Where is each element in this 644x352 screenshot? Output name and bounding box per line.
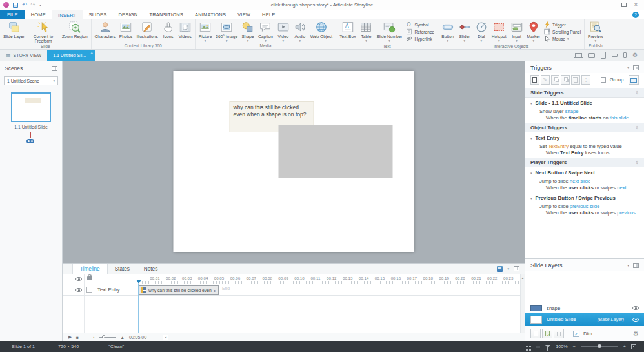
rectangle-shape[interactable] <box>279 125 393 178</box>
layer-row-shape[interactable]: shape <box>525 303 644 313</box>
layer-visibility-eye-icon[interactable] <box>632 318 639 322</box>
playhead-marker[interactable] <box>136 280 141 284</box>
ribbon-button-picture[interactable]: Picture▾ <box>197 20 214 43</box>
dropdown-caret-icon[interactable]: ▾ <box>507 267 509 271</box>
ribbon-button-reference[interactable]: Reference <box>406 28 434 35</box>
trigger-group-next-button[interactable]: ▾ Next Button / Swipe Next <box>525 167 644 176</box>
group-checkbox[interactable] <box>601 77 606 83</box>
scroll-up-icon[interactable]: ▴ <box>522 276 524 280</box>
edit-trigger-button[interactable]: ✎ <box>541 75 550 85</box>
trigger-link-shape[interactable]: shape <box>565 109 579 114</box>
ribbon-button-illustrations[interactable]: Illustrations <box>134 20 159 39</box>
minimize-icon[interactable] <box>609 5 614 5</box>
trigger-condition-clicks-previous[interactable]: When the user clicks or swipes previous <box>525 209 644 218</box>
ribbon-button-button[interactable]: Button▾ <box>439 20 456 43</box>
trigger-action-set-variable[interactable]: Set TextEntry equal to the typed value <box>525 141 644 149</box>
tab-notes[interactable]: Notes <box>137 264 165 274</box>
expand-caret-icon[interactable]: ▾ <box>530 101 532 105</box>
slide-stage[interactable]: why can this still be clicked even when … <box>174 71 414 252</box>
collapse-section-icon[interactable]: ⇳ <box>635 160 639 165</box>
ribbon-button-mouse[interactable]: Mouse▾ <box>544 36 581 42</box>
timeline-vertical-scrollbar[interactable]: ▴ <box>520 274 525 333</box>
tab-home[interactable]: HOME <box>25 10 52 19</box>
panel-options-icon[interactable] <box>52 66 57 71</box>
timeline-object-row[interactable]: Text Entry why can this still be clicked… <box>63 284 520 296</box>
ribbon-button-360-image[interactable]: 360° Image▾ <box>214 20 239 43</box>
lock-checkbox[interactable] <box>86 287 92 293</box>
close-icon[interactable]: × <box>634 2 638 8</box>
layer-properties-button[interactable] <box>542 329 552 338</box>
collapse-section-icon[interactable]: ⇳ <box>635 125 639 130</box>
stop-button[interactable]: ■ <box>76 335 79 340</box>
ribbon-button-slide-layer[interactable]: Slide Layer <box>1 20 26 39</box>
tab-file[interactable]: FILE <box>0 10 25 19</box>
ribbon-button-hotspot[interactable]: Hotspot▾ <box>490 20 508 43</box>
object-triggers-header[interactable]: Object Triggers ⇳ <box>525 123 644 132</box>
phone-landscape-icon[interactable] <box>612 54 618 57</box>
paste-trigger-button[interactable] <box>561 75 570 85</box>
copy-trigger-button[interactable] <box>551 75 560 85</box>
trigger-link-next[interactable]: next <box>617 185 626 191</box>
zoom-slider-knob[interactable] <box>102 335 105 338</box>
player-triggers-header[interactable]: Player Triggers ⇳ <box>525 158 644 167</box>
save-icon[interactable] <box>13 3 18 8</box>
delete-trigger-button[interactable] <box>571 75 580 85</box>
slide-thumbnail[interactable] <box>11 92 51 122</box>
trigger-action-show-layer[interactable]: Show layer shape <box>525 107 644 114</box>
ribbon-button-scrolling-panel[interactable]: Scrolling Panel <box>544 28 581 35</box>
tab-view[interactable]: VIEW <box>232 10 256 19</box>
timeline-tool-icon[interactable] <box>497 266 503 272</box>
desktop-preview-icon[interactable] <box>575 53 582 57</box>
ribbon-button-video[interactable]: Video▾ <box>275 20 292 43</box>
tab-story-view[interactable]: ▦ STORY VIEW <box>0 50 47 61</box>
tab-insert[interactable]: INSERT <box>52 10 83 19</box>
ribbon-button-slider[interactable]: Slider▾ <box>456 20 473 43</box>
grid-view-icon[interactable] <box>526 346 528 347</box>
undo-icon[interactable]: ↶ <box>22 2 27 8</box>
tab-help[interactable]: HELP <box>256 10 281 19</box>
ribbon-button-hyperlink[interactable]: Hyperlink <box>406 36 434 42</box>
ribbon-button-input[interactable]: Input▾ <box>508 20 525 43</box>
filter-view-icon[interactable] <box>545 345 550 348</box>
ribbon-button-table[interactable]: Table▾ <box>357 20 374 43</box>
play-button[interactable]: ▶ <box>68 335 72 340</box>
layer-settings-gear-icon[interactable]: ⚙ <box>633 330 639 337</box>
trigger-link-this-slide[interactable]: this slide <box>610 115 629 121</box>
zoom-slider-knob[interactable] <box>598 344 601 348</box>
trigger-link-previous[interactable]: previous <box>617 210 636 216</box>
panel-options-icon[interactable] <box>514 266 519 271</box>
horizontal-scroll-left-icon[interactable]: ◂ <box>163 335 168 340</box>
ribbon-button-shape[interactable]: Shape▾ <box>239 20 256 43</box>
tab-slide-document[interactable]: 1.1 Untitled Sli... × <box>47 50 95 61</box>
ribbon-button-web-object[interactable]: Web Object <box>308 20 334 39</box>
ribbon-button-symbol[interactable]: ΩSymbol <box>406 21 434 28</box>
redo-icon[interactable]: ↷ <box>31 2 36 8</box>
tablet-landscape-icon[interactable] <box>588 53 595 58</box>
app-logo-icon[interactable] <box>3 2 9 8</box>
ribbon-button-dial[interactable]: Dial▾ <box>473 20 490 43</box>
ribbon-button-photos[interactable]: Photos <box>117 20 135 39</box>
ribbon-button-videos[interactable]: Videos <box>177 20 194 39</box>
slide-triggers-header[interactable]: Slide Triggers ⇳ <box>525 88 644 98</box>
maximize-icon[interactable] <box>621 3 627 7</box>
tab-design[interactable]: DESIGN <box>112 10 143 19</box>
trigger-group-previous-button[interactable]: ▾ Previous Button / Swipe Previous <box>525 192 644 202</box>
expand-caret-icon[interactable]: ▾ <box>530 136 532 140</box>
layer-row-base[interactable]: Untitled Slide (Base Layer) <box>525 313 644 326</box>
phone-portrait-icon[interactable] <box>623 52 627 58</box>
ribbon-button-trigger[interactable]: Trigger <box>544 21 581 28</box>
expand-caret-icon[interactable]: ▾ <box>530 196 532 200</box>
tab-close-icon[interactable]: × <box>90 50 93 55</box>
fit-to-window-icon[interactable] <box>631 344 636 349</box>
trigger-condition-timeline-starts[interactable]: When the timeline starts on this slide <box>525 114 644 123</box>
zoom-slider[interactable] <box>581 346 618 347</box>
preview-settings-gear-icon[interactable]: ⚙ <box>632 52 638 58</box>
lock-all-icon[interactable] <box>87 276 92 280</box>
customize-toolbar-caret-icon[interactable]: ▾ <box>39 3 41 7</box>
trigger-wizard-button[interactable] <box>629 75 639 85</box>
trigger-action-jump-next[interactable]: Jump to slide next slide <box>525 176 644 184</box>
trigger-link-previous-slide[interactable]: previous slide <box>570 203 599 209</box>
trigger-action-jump-previous[interactable]: Jump to slide previous slide <box>525 202 644 209</box>
panel-caret-icon[interactable]: ▾ <box>627 264 629 267</box>
object-name[interactable]: Text Entry <box>97 287 120 293</box>
